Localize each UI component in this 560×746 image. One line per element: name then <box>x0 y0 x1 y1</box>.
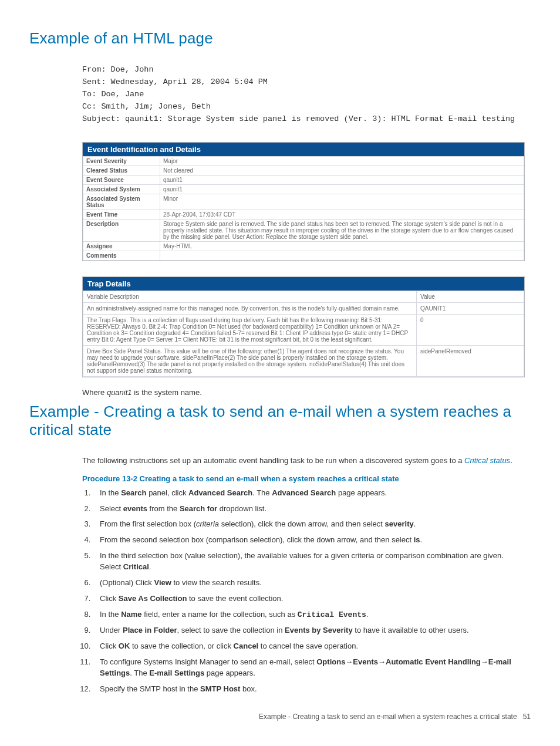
td-desc: Drive Box Side Panel Status. This value … <box>83 345 417 376</box>
procedure-title: Procedure 13-2 Creating a task to send a… <box>82 474 525 483</box>
table-row: Drive Box Side Panel Status. This value … <box>83 345 524 376</box>
table-header-row: Variable Description Value <box>83 291 524 302</box>
table-row: Cleared StatusNot cleared <box>83 166 524 175</box>
kv-key: Associated System Status <box>83 194 160 210</box>
kv-key: Event Severity <box>83 156 160 166</box>
th-val: Value <box>417 291 524 302</box>
step-1: In the Search panel, click Advanced Sear… <box>93 488 525 499</box>
table-row: Associated Systemqaunit1 <box>83 184 524 194</box>
kv-val: Storage System side panel is removed. Th… <box>160 219 524 241</box>
kv-val: Minor <box>160 194 524 210</box>
email-subject: Subject: qaunit1: Storage System side pa… <box>82 114 515 123</box>
heading-example-html-page: Example of an HTML page <box>29 29 531 48</box>
kv-val: Major <box>160 156 524 166</box>
event-details-title: Event Identification and Details <box>83 143 524 156</box>
table-row: Event SeverityMajor <box>83 156 524 166</box>
trap-details-table: Variable Description Value An administra… <box>83 291 524 377</box>
step-12: Specify the SMTP host in the SMTP Host b… <box>93 684 525 695</box>
kv-val: qaunit1 <box>160 175 524 184</box>
step-7: Click Save As Collection to save the eve… <box>93 593 525 605</box>
th-desc: Variable Description <box>83 291 417 302</box>
kv-key: Assignee <box>83 241 160 251</box>
event-details-table: Event SeverityMajor Cleared StatusNot cl… <box>83 156 524 261</box>
email-from: From: Doe, John <box>82 65 154 74</box>
procedure-block: The following instructions set up an aut… <box>82 455 525 695</box>
kv-key: Event Time <box>83 210 160 219</box>
email-block: From: Doe, John Sent: Wednesday, April 2… <box>82 64 525 397</box>
table-row: AssigneeMay-HTML <box>83 241 524 251</box>
td-desc: The Trap Flags. This is a collection of … <box>83 314 417 345</box>
trap-details-title: Trap Details <box>83 277 524 291</box>
kv-val: Not cleared <box>160 166 524 175</box>
kv-val: 28-Apr-2004, 17:03:47 CDT <box>160 210 524 219</box>
kv-val <box>160 251 524 260</box>
step-6: (Optional) Click View to view the search… <box>93 578 525 589</box>
email-cc: Cc: Smith, Jim; Jones, Beth <box>82 102 211 111</box>
heading-create-task: Example - Creating a task to send an e-m… <box>29 403 531 439</box>
trap-details-panel: Trap Details Variable Description Value … <box>82 276 525 377</box>
table-row: The Trap Flags. This is a collection of … <box>83 314 524 345</box>
td-val: QAUNIT1 <box>417 302 524 314</box>
arrow-icon: → <box>345 657 353 666</box>
step-4: From the second selection box (compariso… <box>93 535 525 546</box>
table-row: Associated System StatusMinor <box>83 194 524 210</box>
table-row: An administratively-assigned name for th… <box>83 302 524 314</box>
kv-val: qaunit1 <box>160 184 524 194</box>
footer-page-number: 51 <box>523 713 531 721</box>
footer-text: Example - Creating a task to send an e-m… <box>259 713 517 721</box>
kv-val: May-HTML <box>160 241 524 251</box>
intro-post: . <box>510 456 512 465</box>
kv-key: Associated System <box>83 184 160 194</box>
td-val: 0 <box>417 314 524 345</box>
where-pre: Where <box>82 388 107 397</box>
step-3: From the first selection box (criteria s… <box>93 519 525 530</box>
table-row: DescriptionStorage System side panel is … <box>83 219 524 241</box>
table-row: Event Sourceqaunit1 <box>83 175 524 184</box>
arrow-icon: → <box>481 657 488 666</box>
email-sent: Sent: Wednesday, April 28, 2004 5:04 PM <box>82 77 268 86</box>
step-11: To configure Systems Insight Manager to … <box>93 657 525 679</box>
intro-paragraph: The following instructions set up an aut… <box>82 455 525 466</box>
step-5: In the third selection box (value select… <box>93 551 525 573</box>
step-10: Click OK to save the collection, or clic… <box>93 641 525 652</box>
step-9: Under Place in Folder, select to save th… <box>93 625 525 636</box>
procedure-steps: In the Search panel, click Advanced Sear… <box>82 488 525 695</box>
email-to: To: Doe, Jane <box>82 90 144 99</box>
kv-key: Event Source <box>83 175 160 184</box>
kv-key: Comments <box>83 251 160 260</box>
td-val: sidePanelRemoved <box>417 345 524 376</box>
intro-pre: The following instructions set up an aut… <box>82 456 464 465</box>
event-details-panel: Event Identification and Details Event S… <box>82 142 525 261</box>
kv-key: Description <box>83 219 160 241</box>
where-post: is the system name. <box>132 388 202 397</box>
step-8: In the Name field, enter a name for the … <box>93 609 525 621</box>
table-row: Comments <box>83 251 524 260</box>
table-row: Event Time28-Apr-2004, 17:03:47 CDT <box>83 210 524 219</box>
page-footer: Example - Creating a task to send an e-m… <box>29 713 531 721</box>
email-headers: From: Doe, John Sent: Wednesday, April 2… <box>82 64 525 126</box>
where-sysname: quanit1 <box>107 388 132 397</box>
step-2: Select events from the Search for dropdo… <box>93 504 525 515</box>
intro-ital: Critical status <box>464 456 510 465</box>
kv-key: Cleared Status <box>83 166 160 175</box>
arrow-icon: → <box>378 657 386 666</box>
td-desc: An administratively-assigned name for th… <box>83 302 417 314</box>
where-note: Where quanit1 is the system name. <box>82 388 525 397</box>
